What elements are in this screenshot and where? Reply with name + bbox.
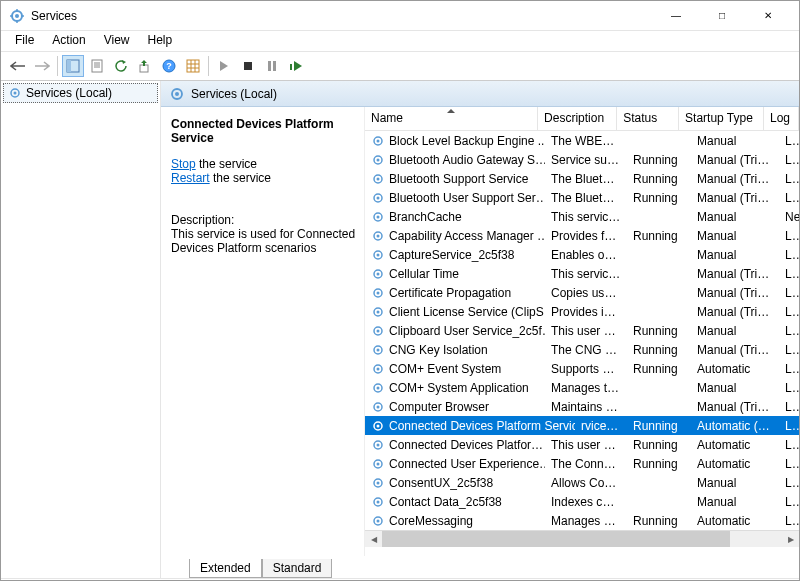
console-tree[interactable]: Services (Local) xyxy=(1,81,161,578)
service-row[interactable]: COM+ Event SystemSupports Sy…RunningAuto… xyxy=(365,359,799,378)
svg-point-39 xyxy=(377,234,380,237)
back-button[interactable] xyxy=(7,55,29,77)
column-description[interactable]: Description xyxy=(538,107,617,130)
service-name-cell: ConsentUX_2c5f38 xyxy=(365,476,545,490)
service-name-cell: Computer Browser xyxy=(365,400,545,414)
tab-extended[interactable]: Extended xyxy=(189,559,262,578)
svg-point-29 xyxy=(377,139,380,142)
help-button[interactable]: ? xyxy=(158,55,180,77)
service-logon-cell: Loca xyxy=(779,305,799,319)
scroll-right-button[interactable]: ▶ xyxy=(782,531,799,547)
svg-point-31 xyxy=(377,158,380,161)
column-logon[interactable]: Log xyxy=(764,107,799,130)
service-row[interactable]: Connected Devices Platform Servicervice … xyxy=(365,416,799,435)
gear-icon xyxy=(371,134,385,148)
export-button[interactable] xyxy=(134,55,156,77)
service-row[interactable]: Clipboard User Service_2c5f…This user se… xyxy=(365,321,799,340)
start-service-button[interactable] xyxy=(213,55,235,77)
service-row[interactable]: Bluetooth Support ServiceThe Bluetoo…Run… xyxy=(365,169,799,188)
service-row[interactable]: Bluetooth User Support Ser…The Bluetoo…R… xyxy=(365,188,799,207)
menu-file[interactable]: File xyxy=(7,31,42,51)
service-row[interactable]: Certificate PropagationCopies user …Manu… xyxy=(365,283,799,302)
service-status-cell: Running xyxy=(627,419,691,433)
service-description-cell: Allows Con… xyxy=(545,476,627,490)
restart-link[interactable]: Restart xyxy=(171,171,210,185)
svg-point-47 xyxy=(377,310,380,313)
tab-standard[interactable]: Standard xyxy=(262,559,333,578)
service-logon-cell: Loca xyxy=(779,400,799,414)
horizontal-scrollbar[interactable]: ◀ ▶ xyxy=(365,530,799,547)
service-row[interactable]: BranchCacheThis service …ManualNet xyxy=(365,207,799,226)
service-status-cell: Running xyxy=(627,438,691,452)
service-logon-cell: Loca xyxy=(779,229,799,243)
service-startup-cell: Manual xyxy=(691,495,779,509)
gear-icon xyxy=(371,286,385,300)
scroll-thumb[interactable] xyxy=(382,531,730,547)
restart-service-button[interactable] xyxy=(285,55,307,77)
menu-bar: File Action View Help xyxy=(1,31,799,51)
window-title: Services xyxy=(31,9,653,23)
minimize-button[interactable]: — xyxy=(653,1,699,31)
service-name: Certificate Propagation xyxy=(389,286,511,300)
service-row[interactable]: Connected Devices Platfor…This user ser…… xyxy=(365,435,799,454)
service-name-cell: Capability Access Manager … xyxy=(365,229,545,243)
column-name[interactable]: Name xyxy=(365,107,538,130)
service-row[interactable]: CNG Key IsolationThe CNG ke…RunningManua… xyxy=(365,340,799,359)
service-row[interactable]: CoreMessagingManages co…RunningAutomatic… xyxy=(365,511,799,530)
service-logon-cell: Loca xyxy=(779,134,799,148)
service-row[interactable]: COM+ System ApplicationManages th…Manual… xyxy=(365,378,799,397)
description-heading: Description: xyxy=(171,213,234,227)
service-name-cell: Cellular Time xyxy=(365,267,545,281)
service-name: Cellular Time xyxy=(389,267,459,281)
service-startup-cell: Manual xyxy=(691,324,779,338)
service-logon-cell: Net xyxy=(779,210,799,224)
service-row[interactable]: Computer BrowserMaintains a…Manual (Trig… xyxy=(365,397,799,416)
close-button[interactable]: ✕ xyxy=(745,1,791,31)
service-status-cell: Running xyxy=(627,191,691,205)
stop-link[interactable]: Stop xyxy=(171,157,196,171)
service-name: Contact Data_2c5f38 xyxy=(389,495,502,509)
service-startup-cell: Manual (Trig… xyxy=(691,191,779,205)
show-hide-tree-button[interactable] xyxy=(62,55,84,77)
menu-action[interactable]: Action xyxy=(44,31,93,51)
service-row[interactable]: Client License Service (ClipS…Provides i… xyxy=(365,302,799,321)
service-row[interactable]: Block Level Backup Engine ...The WBENG…M… xyxy=(365,131,799,150)
column-startup-type[interactable]: Startup Type xyxy=(679,107,764,130)
refresh-button[interactable] xyxy=(110,55,132,77)
detail-pane: Connected Devices Platform Service Stop … xyxy=(161,107,365,556)
stop-service-button[interactable] xyxy=(237,55,259,77)
tree-item-services-local[interactable]: Services (Local) xyxy=(3,83,158,103)
service-description-cell: The Bluetoo… xyxy=(545,191,627,205)
svg-point-69 xyxy=(377,519,380,522)
service-name-cell: Block Level Backup Engine ... xyxy=(365,134,545,148)
service-row[interactable]: Connected User Experience…The Connec…Run… xyxy=(365,454,799,473)
grid-button[interactable] xyxy=(182,55,204,77)
service-list[interactable]: Block Level Backup Engine ...The WBENG…M… xyxy=(365,131,799,556)
properties-button[interactable] xyxy=(86,55,108,77)
service-row[interactable]: Cellular TimeThis service …Manual (Trig…… xyxy=(365,264,799,283)
svg-rect-23 xyxy=(290,64,292,70)
menu-view[interactable]: View xyxy=(96,31,138,51)
service-row[interactable]: Capability Access Manager …Provides fac…… xyxy=(365,226,799,245)
service-name-cell: CaptureService_2c5f38 xyxy=(365,248,545,262)
service-row[interactable]: Contact Data_2c5f38Indexes con…ManualLoc… xyxy=(365,492,799,511)
service-name: Connected Devices Platform Service xyxy=(389,419,575,433)
service-logon-cell: Loca xyxy=(779,476,799,490)
pause-service-button[interactable] xyxy=(261,55,283,77)
service-name: Bluetooth Audio Gateway S… xyxy=(389,153,545,167)
maximize-button[interactable]: □ xyxy=(699,1,745,31)
forward-button[interactable] xyxy=(31,55,53,77)
gear-icon xyxy=(371,229,385,243)
service-row[interactable]: CaptureService_2c5f38Enables opti…Manual… xyxy=(365,245,799,264)
service-logon-cell: Loca xyxy=(779,267,799,281)
service-description-cell: This service … xyxy=(545,267,627,281)
service-row[interactable]: Bluetooth Audio Gateway S…Service sup…Ru… xyxy=(365,150,799,169)
service-startup-cell: Manual (Trig… xyxy=(691,172,779,186)
service-status-cell: Running xyxy=(627,457,691,471)
menu-help[interactable]: Help xyxy=(140,31,181,51)
gear-icon xyxy=(371,248,385,262)
service-row[interactable]: ConsentUX_2c5f38Allows Con…ManualLoca xyxy=(365,473,799,492)
column-status[interactable]: Status xyxy=(617,107,679,130)
scroll-left-button[interactable]: ◀ xyxy=(365,531,382,547)
svg-point-65 xyxy=(377,481,380,484)
